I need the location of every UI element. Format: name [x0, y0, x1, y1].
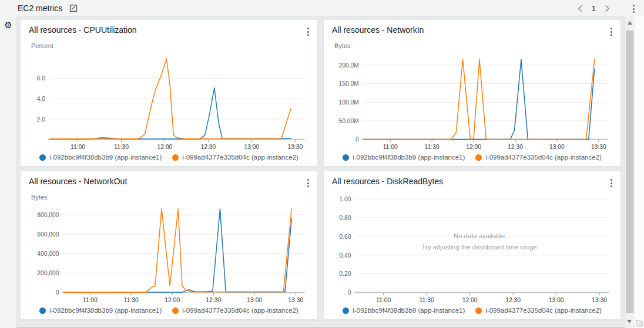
resize-grip-icon[interactable] [636, 320, 643, 327]
legend-dot-icon [475, 154, 482, 161]
header-menu-icon[interactable] [629, 2, 638, 15]
legend-item[interactable]: i-099ad4377e335d04c (app-instance2) [475, 307, 602, 314]
svg-text:13:00: 13:00 [549, 144, 565, 151]
svg-text:12:30: 12:30 [505, 297, 521, 303]
scrollbar-down-icon[interactable] [627, 320, 632, 323]
svg-text:0.40: 0.40 [339, 252, 351, 259]
svg-text:2.0: 2.0 [37, 116, 46, 123]
pagination: 1 [576, 0, 611, 16]
left-rail: ⚙ [0, 16, 17, 328]
widget-disk-read-bytes: All resources - DiskReadBytes 0.200.400.… [323, 171, 621, 320]
widget-title: All resources - NetworkIn [332, 25, 424, 35]
svg-text:150.0M: 150.0M [338, 80, 358, 87]
legend-label: i-092bbc9f4f38db3b9 (app-instance1) [49, 154, 162, 161]
settings-gear-icon[interactable]: ⚙ [2, 20, 14, 31]
legend-dot-icon [39, 154, 46, 161]
svg-text:800,000: 800,000 [37, 212, 59, 218]
no-data-message: No data available. [454, 232, 507, 239]
legend-item[interactable]: i-092bbc9f4f38db3b9 (app-instance1) [39, 307, 162, 314]
svg-text:13:00: 13:00 [549, 297, 564, 303]
vertical-scrollbar[interactable] [624, 16, 635, 328]
svg-text:4.0: 4.0 [37, 96, 46, 102]
y-axis-unit-label: Bytes [334, 42, 620, 49]
svg-text:13:00: 13:00 [244, 144, 260, 151]
legend-dot-icon [343, 307, 349, 314]
svg-text:50.00M: 50.00M [338, 118, 358, 124]
svg-text:13:30: 13:30 [591, 144, 606, 151]
legend-dot-icon [172, 154, 179, 161]
chart-legend: i-092bbc9f4f38db3b9 (app-instance1)i-099… [21, 307, 317, 319]
svg-text:12:30: 12:30 [508, 144, 523, 151]
svg-text:13:00: 13:00 [247, 297, 262, 303]
svg-text:11:30: 11:30 [124, 297, 139, 303]
legend-item[interactable]: i-099ad4377e335d04c (app-instance2) [172, 307, 298, 314]
svg-text:11:00: 11:00 [376, 297, 391, 303]
svg-text:12:30: 12:30 [206, 297, 221, 303]
legend-item[interactable]: i-099ad4377e335d04c (app-instance2) [475, 154, 602, 161]
svg-text:11:30: 11:30 [114, 144, 129, 151]
widget-cpu-utilization: All resources - CPUUtilization Percent 2… [20, 19, 318, 167]
legend-label: i-099ad4377e335d04c (app-instance2) [182, 307, 298, 314]
svg-text:12:00: 12:00 [466, 144, 481, 151]
right-edge [635, 16, 644, 328]
svg-text:11:30: 11:30 [420, 297, 434, 303]
y-axis-unit-label: Percent [31, 42, 317, 49]
chart-plot[interactable]: 200,000400,000600,000800,000011:0011:301… [21, 201, 317, 307]
dashboard-title: EC2 metrics [18, 4, 62, 13]
svg-text:6.0: 6.0 [37, 75, 46, 82]
svg-text:13:30: 13:30 [288, 297, 303, 303]
widget-title: All resources - DiskReadBytes [332, 177, 443, 186]
legend-label: i-092bbc9f4f38db3b9 (app-instance1) [353, 307, 465, 314]
legend-dot-icon [172, 307, 179, 314]
widget-menu-icon[interactable] [607, 25, 616, 38]
page-number: 1 [592, 4, 596, 13]
svg-text:11:00: 11:00 [383, 144, 398, 151]
page-next-icon[interactable] [603, 4, 611, 13]
widget-network-in: All resources - NetworkIn Bytes 50.00M10… [323, 19, 621, 167]
edit-dashboard-icon[interactable] [69, 4, 78, 12]
legend-dot-icon [343, 154, 349, 161]
legend-dot-icon [39, 307, 46, 314]
svg-text:12:30: 12:30 [201, 144, 216, 151]
widget-title: All resources - NetworkOut [29, 177, 127, 186]
widget-menu-icon[interactable] [304, 25, 313, 38]
svg-text:0: 0 [355, 136, 359, 143]
legend-item[interactable]: i-092bbc9f4f38db3b9 (app-instance1) [39, 154, 162, 161]
svg-text:1.00: 1.00 [339, 196, 351, 202]
legend-label: i-092bbc9f4f38db3b9 (app-instance1) [49, 307, 162, 314]
svg-text:400,000: 400,000 [37, 251, 59, 257]
legend-item[interactable]: i-099ad4377e335d04c (app-instance2) [172, 154, 298, 161]
page-previous-icon[interactable] [576, 4, 584, 13]
svg-text:100.0M: 100.0M [338, 99, 358, 106]
widgets-grid: All resources - CPUUtilization Percent 2… [20, 19, 621, 320]
chart-plot[interactable]: 50.00M100.0M150.0M200.0M011:0011:3012:00… [324, 49, 620, 154]
widget-menu-icon[interactable] [607, 177, 616, 190]
svg-text:13:30: 13:30 [592, 297, 607, 303]
chart-plot[interactable]: 0.200.400.600.801.00011:0011:3012:0012:3… [324, 190, 620, 307]
widget-network-out: All resources - NetworkOut Bytes 200,000… [20, 171, 318, 320]
legend-item[interactable]: i-092bbc9f4f38db3b9 (app-instance1) [343, 154, 465, 161]
svg-text:12:00: 12:00 [157, 144, 173, 151]
scrollbar-thumb[interactable] [626, 31, 633, 313]
chart-plot[interactable]: 2.04.06.011:0011:3012:0012:3013:0013:30 [21, 49, 317, 154]
legend-label: i-092bbc9f4f38db3b9 (app-instance1) [353, 154, 465, 161]
widget-menu-icon[interactable] [304, 177, 313, 190]
legend-dot-icon [475, 307, 482, 314]
legend-item[interactable]: i-092bbc9f4f38db3b9 (app-instance1) [343, 307, 465, 314]
svg-text:0.60: 0.60 [339, 234, 351, 240]
dashboard-header: EC2 metrics 1 [0, 0, 644, 17]
svg-text:11:00: 11:00 [83, 297, 98, 303]
y-axis-unit-label: Bytes [31, 194, 317, 201]
legend-label: i-099ad4377e335d04c (app-instance2) [182, 154, 298, 161]
legend-label: i-099ad4377e335d04c (app-instance2) [485, 154, 602, 161]
scrollbar-up-icon[interactable] [628, 21, 632, 25]
svg-text:11:30: 11:30 [425, 144, 440, 151]
svg-text:0: 0 [56, 289, 59, 296]
no-data-hint: Try adjusting the dashboard time range. [421, 244, 539, 251]
chart-legend: i-092bbc9f4f38db3b9 (app-instance1)i-099… [324, 307, 620, 319]
svg-text:600,000: 600,000 [37, 231, 59, 238]
svg-text:13:30: 13:30 [288, 144, 303, 151]
chart-legend: i-092bbc9f4f38db3b9 (app-instance1)i-099… [324, 154, 620, 166]
svg-text:0: 0 [348, 289, 351, 296]
svg-text:0.20: 0.20 [339, 270, 351, 277]
